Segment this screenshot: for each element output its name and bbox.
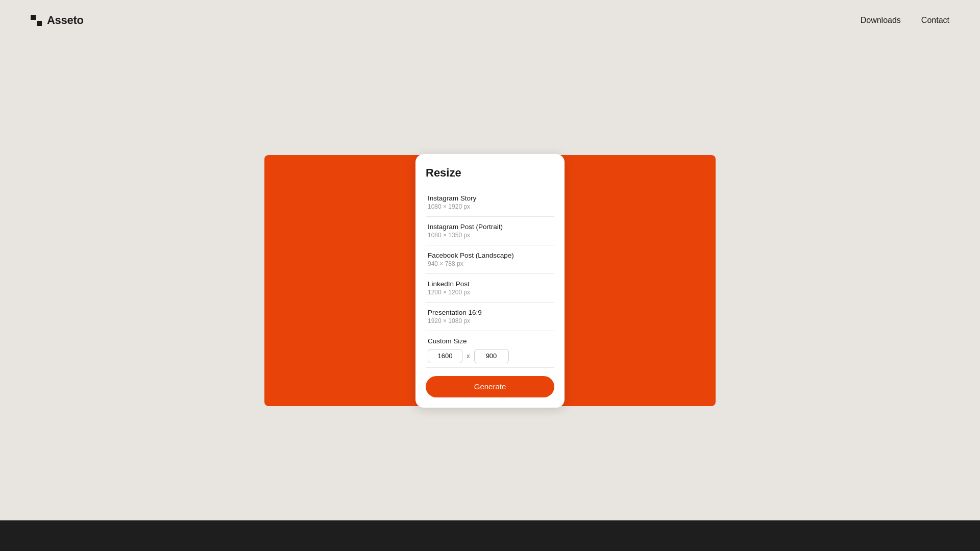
option-dims-linkedin-post: 1200 × 1200 px [428,289,552,296]
option-dims-instagram-post-portrait: 1080 × 1350 px [428,232,552,239]
option-instagram-story[interactable]: Instagram Story 551 × 980 px [426,188,554,217]
nav: Downloads Contact [861,16,949,25]
resize-card: Resize Instagram Story 551 × 980 px In… [415,154,565,408]
logo-icon [31,15,42,26]
resize-title: Resize [426,166,554,180]
custom-size-label: Custom Size [428,337,552,345]
custom-height-input[interactable] [474,349,509,363]
option-name-linkedin-post: LinkedIn Post [428,280,552,288]
footer [0,520,980,551]
option-name-instagram-story: Instagram Story [428,194,552,202]
option-name-presentation-169: Presentation 16:9 [428,309,552,316]
option-facebook-post-landscape[interactable]: Facebook Post (Landscape) 940 × 788 px [426,245,554,274]
logo: Asseto [31,14,84,27]
custom-size-section: Custom Size x [426,331,554,368]
option-dims-facebook-post-landscape: 940 × 788 px [428,260,552,267]
option-presentation-169[interactable]: Presentation 16:9 980 × 551 px [426,303,554,331]
logo-text: Asseto [47,14,84,27]
option-name-facebook-post-landscape: Facebook Post (Landscape) [428,252,552,259]
nav-downloads[interactable]: Downloads [861,16,901,25]
custom-width-input[interactable] [428,349,462,363]
header: Asseto Downloads Contact [0,0,980,41]
option-linkedin-post[interactable]: LinkedIn Post 1200 × 1200 px [426,274,554,303]
generate-button[interactable]: Generate [426,376,554,397]
custom-size-separator: x [467,352,470,360]
resize-options-list: Instagram Story 551 × 980 px Instagram… [426,188,554,368]
option-dims-presentation-169: 980 × 551 px [428,317,552,324]
option-name-instagram-post-portrait: Instagram Post (Portrait) [428,223,552,231]
nav-contact[interactable]: Contact [921,16,949,25]
custom-size-inputs: x [428,349,552,363]
option-dims-instagram-story: 551 × 980 px [428,203,552,210]
orange-background: Resize Instagram Story 551 × 980 px In… [264,155,716,406]
option-instagram-post-portrait[interactable]: Instagram Post (Portrait) 1080 × 1350 px [426,217,554,245]
main-content: Resize Instagram Story 551 × 980 px In… [0,41,980,520]
